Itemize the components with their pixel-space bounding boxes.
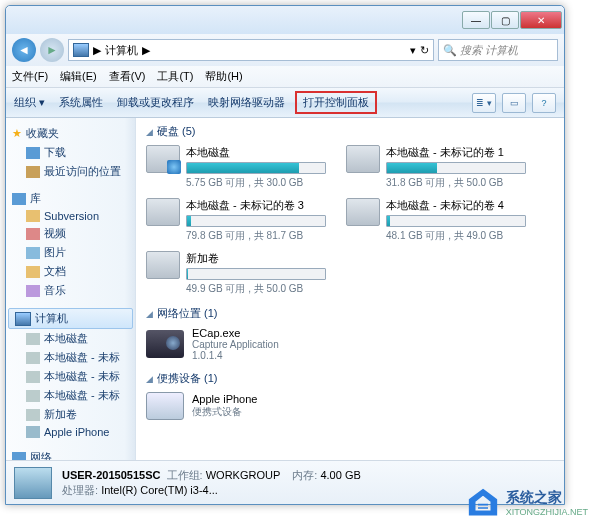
usage-bar (386, 162, 526, 174)
network-icon (12, 452, 26, 461)
collapse-icon: ◢ (146, 374, 153, 384)
breadcrumb[interactable]: 计算机 (105, 43, 138, 58)
map-drive-button[interactable]: 映射网络驱动器 (208, 95, 285, 110)
sidebar-drive[interactable]: 本地磁盘 - 未标 (6, 386, 135, 405)
breadcrumb-sep: ▶ (93, 44, 101, 57)
refresh-icon[interactable]: ↻ (420, 44, 429, 57)
menu-file[interactable]: 文件(F) (12, 69, 48, 84)
computer-icon (15, 312, 31, 326)
drive-name: 新加卷 (186, 251, 326, 266)
video-icon (26, 228, 40, 240)
sidebar-iphone[interactable]: Apple iPhone (6, 424, 135, 440)
open-control-panel-button[interactable]: 打开控制面板 (295, 91, 377, 114)
drive-name: 本地磁盘 - 未标记的卷 4 (386, 198, 526, 213)
sidebar-drive[interactable]: 新加卷 (6, 405, 135, 424)
drive-icon (346, 145, 380, 173)
drive-icon (26, 409, 40, 421)
sidebar-drive[interactable]: 本地磁盘 - 未标 (6, 348, 135, 367)
help-button[interactable]: ? (532, 93, 556, 113)
body: ★收藏夹 下载 最近访问的位置 库 Subversion 视频 图片 文档 音乐… (6, 118, 564, 460)
usage-bar (186, 268, 326, 280)
toolbar-right: ≣ ▾ ▭ ? (472, 93, 556, 113)
menu-help[interactable]: 帮助(H) (205, 69, 242, 84)
sidebar-music[interactable]: 音乐 (6, 281, 135, 300)
maximize-button[interactable]: ▢ (491, 11, 519, 29)
drive-icon (146, 145, 180, 173)
net-item-ver: 1.0.1.4 (192, 350, 279, 361)
menu-edit[interactable]: 编辑(E) (60, 69, 97, 84)
sidebar-computer[interactable]: 计算机 (8, 308, 133, 329)
drive-item[interactable]: 新加卷 49.9 GB 可用 , 共 50.0 GB (146, 251, 326, 296)
dev-header[interactable]: ◢便携设备 (1) (146, 371, 554, 386)
forward-button[interactable]: ► (40, 38, 64, 62)
usage-bar (186, 162, 326, 174)
search-box[interactable]: 🔍 搜索 计算机 (438, 39, 558, 61)
drive-icon (26, 352, 40, 364)
status-cpu-label: 处理器: (62, 484, 98, 496)
sidebar-video[interactable]: 视频 (6, 224, 135, 243)
uninstall-button[interactable]: 卸载或更改程序 (117, 95, 194, 110)
sidebar-pictures[interactable]: 图片 (6, 243, 135, 262)
usage-bar (186, 215, 326, 227)
sidebar-network[interactable]: 网络 (6, 448, 135, 460)
docs-icon (26, 266, 40, 278)
status-wg: WORKGROUP (206, 469, 280, 481)
section-hdd: ◢硬盘 (5) 本地磁盘 5.75 GB 可用 , 共 30.0 GB 本地磁盘… (146, 124, 554, 296)
back-button[interactable]: ◄ (12, 38, 36, 62)
sidebar: ★收藏夹 下载 最近访问的位置 库 Subversion 视频 图片 文档 音乐… (6, 118, 136, 460)
drive-stats: 79.8 GB 可用 , 共 81.7 GB (186, 229, 326, 243)
sidebar-docs[interactable]: 文档 (6, 262, 135, 281)
menu-tools[interactable]: 工具(T) (157, 69, 193, 84)
preview-pane-button[interactable]: ▭ (502, 93, 526, 113)
net-header[interactable]: ◢网络位置 (1) (146, 306, 554, 321)
drive-item[interactable]: 本地磁盘 5.75 GB 可用 , 共 30.0 GB (146, 145, 326, 190)
search-icon: 🔍 (443, 44, 457, 57)
drive-name: 本地磁盘 (186, 145, 326, 160)
titlebar[interactable]: — ▢ ✕ (6, 6, 564, 34)
menu-view[interactable]: 查看(V) (109, 69, 146, 84)
sidebar-downloads[interactable]: 下载 (6, 143, 135, 162)
drive-item[interactable]: 本地磁盘 - 未标记的卷 1 31.8 GB 可用 , 共 50.0 GB (346, 145, 526, 190)
section-network: ◢网络位置 (1) ECap.exe Capture Application 1… (146, 306, 554, 361)
sidebar-drive[interactable]: 本地磁盘 - 未标 (6, 367, 135, 386)
sidebar-subversion[interactable]: Subversion (6, 208, 135, 224)
organize-button[interactable]: 组织 ▾ (14, 95, 45, 110)
device-item[interactable]: Apple iPhone 便携式设备 (146, 392, 554, 420)
close-button[interactable]: ✕ (520, 11, 562, 29)
library-icon (12, 193, 26, 205)
system-properties-button[interactable]: 系统属性 (59, 95, 103, 110)
nav-row: ◄ ► ▶ 计算机 ▶ ▾ ↻ 🔍 搜索 计算机 (6, 34, 564, 66)
dev-item-name: Apple iPhone (192, 393, 257, 405)
menu-bar: 文件(F) 编辑(E) 查看(V) 工具(T) 帮助(H) (6, 66, 564, 88)
view-mode-button[interactable]: ≣ ▾ (472, 93, 496, 113)
drive-item[interactable]: 本地磁盘 - 未标记的卷 3 79.8 GB 可用 , 共 81.7 GB (146, 198, 326, 243)
status-mem-label: 内存: (292, 469, 317, 481)
sidebar-recent[interactable]: 最近访问的位置 (6, 162, 135, 181)
drive-icon (26, 390, 40, 402)
status-cpu: Intel(R) Core(TM) i3-4... (101, 484, 218, 496)
status-wg-label: 工作组: (167, 469, 203, 481)
sidebar-libraries[interactable]: 库 (6, 189, 135, 208)
drive-item[interactable]: 本地磁盘 - 未标记的卷 4 48.1 GB 可用 , 共 49.0 GB (346, 198, 526, 243)
dropdown-icon[interactable]: ▾ (410, 44, 416, 57)
star-icon: ★ (12, 127, 22, 140)
address-bar[interactable]: ▶ 计算机 ▶ ▾ ↻ (68, 39, 434, 61)
net-item-name: ECap.exe (192, 327, 279, 339)
drive-icon (26, 371, 40, 383)
sidebar-favorites[interactable]: ★收藏夹 (6, 124, 135, 143)
drive-name: 本地磁盘 - 未标记的卷 3 (186, 198, 326, 213)
phone-icon (26, 426, 40, 438)
collapse-icon: ◢ (146, 309, 153, 319)
search-placeholder: 搜索 计算机 (460, 43, 518, 58)
usage-bar (386, 215, 526, 227)
hdd-header[interactable]: ◢硬盘 (5) (146, 124, 554, 139)
network-item[interactable]: ECap.exe Capture Application 1.0.1.4 (146, 327, 554, 361)
computer-icon (73, 43, 89, 57)
camera-icon (146, 330, 184, 358)
minimize-button[interactable]: — (462, 11, 490, 29)
explorer-window: — ▢ ✕ ◄ ► ▶ 计算机 ▶ ▾ ↻ 🔍 搜索 计算机 文件(F) 编辑(… (5, 5, 565, 505)
download-icon (26, 147, 40, 159)
drive-stats: 48.1 GB 可用 , 共 49.0 GB (386, 229, 526, 243)
sidebar-drive[interactable]: 本地磁盘 (6, 329, 135, 348)
dev-item-desc: 便携式设备 (192, 405, 257, 419)
